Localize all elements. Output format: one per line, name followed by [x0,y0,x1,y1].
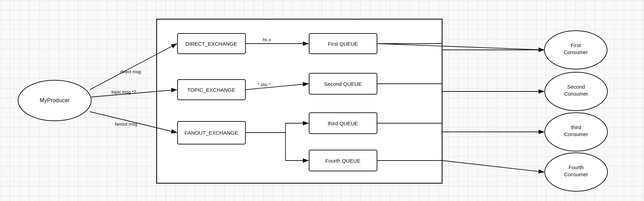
fourth-consumer-label2: Consumer [564,171,588,177]
label-direct-msg: direct msg [120,69,141,74]
fourth-queue-label: Fourth QUEUE [325,158,361,164]
label-hcx: hc.x [263,37,271,42]
label-xhcx: *.xhc.* [258,82,271,87]
topic-exchange-label: TOPIC_EXCHANGE [187,87,235,93]
label-fanout-msg: fanout msg [115,121,137,127]
first-consumer-label2: Consumer [564,49,588,55]
second-consumer-label2: Consumer [564,91,588,97]
fourth-consumer-label: Fourth [568,164,583,170]
label-topic-msg: topic msg *2 [111,89,136,95]
third-consumer-label: third [571,124,581,130]
first-consumer-label: First [571,42,581,48]
producer-label: MyProducer [40,97,70,103]
arrow-trunk-c4 [442,161,544,172]
direct-exchange-label: DIRECT_EXCHANGE [186,41,237,47]
third-consumer-label2: Consumer [564,131,588,137]
second-consumer-label: Second [567,84,585,90]
fanout-exchange-label: FANOUT_EXCHANGE [184,130,238,136]
diagram-canvas: DIRECT_EXCHANGE TOPIC_EXCHANGE FANOUT_EX… [0,0,644,201]
second-queue-label: Second QUEUE [324,81,362,87]
first-queue-label: First QUEUE [328,41,358,47]
third-queue-label: third QUEUE [328,120,358,126]
